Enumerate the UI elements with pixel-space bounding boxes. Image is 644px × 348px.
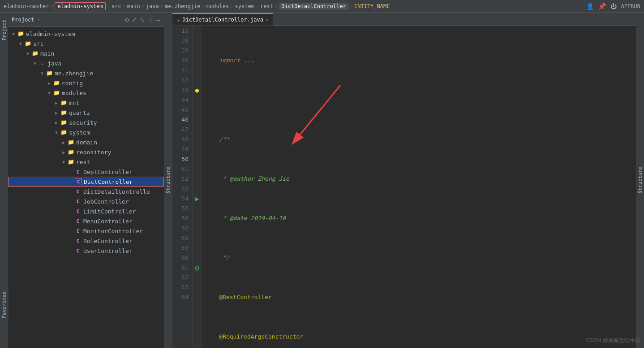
gutter-49 — [193, 144, 202, 154]
tree-item-menu-controller[interactable]: C MenuController — [8, 216, 164, 226]
folder-icon-eladmin-system: 📁 — [17, 30, 24, 37]
folder-icon-quartz: 📁 — [60, 109, 67, 116]
gutter-51 — [193, 164, 202, 174]
ln-38: 38 — [176, 36, 189, 46]
structure-side-label[interactable]: Structure — [164, 163, 172, 197]
tab-close-button[interactable]: ✕ — [266, 17, 269, 23]
tree-item-mnt[interactable]: ▶ 📁 mnt — [8, 98, 164, 108]
breadcrumb-bar: eladmin-master › eladmin-system › src › … — [0, 0, 644, 13]
top-bar-right: 👤 📌 ⏻ APPRUN — [586, 3, 640, 10]
tree-item-dict-controller[interactable]: C DictController — [8, 177, 164, 187]
tree-item-dept-controller[interactable]: C DeptController — [8, 167, 164, 177]
tab-dict-detail-controller[interactable]: ☕ DictDetailController.java ✕ — [172, 13, 273, 26]
tree-item-eladmin-system[interactable]: ▼ 📁 eladmin-system — [8, 29, 164, 39]
tree-item-dict-detail-controller[interactable]: C DictDetailControlle — [8, 187, 164, 196]
code-token: @RequiredArgsConstructor — [205, 332, 303, 342]
tree-item-domain[interactable]: ▶ 📁 domain — [8, 137, 164, 147]
tree-label-me-zhengjie: me.zhengjie — [55, 70, 93, 77]
folder-icon-main: 📁 — [31, 50, 39, 57]
ln-43: 43 — [176, 85, 189, 95]
breadcrumb-java[interactable]: java — [146, 3, 159, 9]
panel-settings-icon[interactable]: ⚙ — [125, 16, 129, 23]
gutter-39 — [193, 46, 202, 56]
tree-label-domain: domain — [76, 139, 97, 146]
tree-item-config[interactable]: ▶ 📁 config — [8, 78, 164, 88]
tree-item-src[interactable]: ▼ 📁 src — [8, 39, 164, 48]
panel-collapse-icon[interactable]: ⤡ — [140, 16, 145, 23]
tree-item-rest[interactable]: ▼ 📁 rest — [8, 157, 164, 167]
tree-item-me-zhengjie[interactable]: ▼ 📁 me.zhengjie — [8, 68, 164, 78]
tree-item-monitor-controller[interactable]: C MonitorController — [8, 226, 164, 236]
tree-item-system[interactable]: ▼ 📁 system — [8, 127, 164, 137]
tree-item-job-controller[interactable]: C JobController — [8, 196, 164, 206]
breadcrumb-rest[interactable]: rest — [260, 3, 273, 9]
breadcrumb-sep-1: › — [107, 3, 110, 9]
gutter-43: ● — [193, 85, 202, 95]
folder-icon-rest: 📁 — [67, 158, 74, 165]
tree-item-main[interactable]: ▼ 📁 main — [8, 48, 164, 58]
breadcrumb-sep-6: › — [230, 3, 233, 9]
app-run-label: APPRUN — [621, 3, 640, 9]
pin-icon[interactable]: 📌 — [598, 3, 606, 10]
gutter-59 — [193, 243, 202, 253]
tree-label-monitor-controller: MonitorController — [83, 228, 143, 235]
tree-item-java[interactable]: ▼ ☕ java — [8, 58, 164, 68]
breadcrumb-entity-name[interactable]: ENTITY_NAME — [354, 3, 390, 9]
tree-item-quartz[interactable]: ▶ 📁 quartz — [8, 108, 164, 117]
tree-item-repository[interactable]: ▶ 📁 repository — [8, 147, 164, 157]
gutter-52 — [193, 174, 202, 184]
ln-59: 59 — [176, 243, 189, 253]
tree-item-modules[interactable]: ▼ 📁 modules — [8, 88, 164, 98]
power-icon[interactable]: ⏻ — [610, 3, 617, 10]
folder-icon-mnt: 📁 — [60, 99, 67, 106]
panel-header: Project ▾ ⚙ ⤢ ⤡ ⋮ — — [8, 13, 164, 27]
breadcrumb-modules[interactable]: modules — [206, 3, 229, 9]
code-token: /** — [205, 135, 230, 144]
code-token: @RestController — [205, 292, 272, 302]
line-numbers: 18 38 39 40 41 42 43 44 45 46 47 48 49 5… — [172, 26, 193, 348]
panel-minimize-icon[interactable]: — — [157, 16, 160, 23]
tree-label-config: config — [62, 80, 83, 87]
gutter-50 — [193, 154, 202, 164]
panel-expand-icon[interactable]: ⤢ — [132, 16, 137, 23]
panel-dropdown-arrow[interactable]: ▾ — [37, 17, 40, 22]
breadcrumb-sep-7: › — [256, 3, 259, 9]
breadcrumb-sep-8: › — [275, 3, 278, 9]
code-token: import — [205, 56, 240, 65]
breadcrumb-system[interactable]: system — [235, 3, 254, 9]
breadcrumb-eladmin-master[interactable]: eladmin-master — [4, 3, 49, 9]
tree-item-role-controller[interactable]: C RoleController — [8, 236, 164, 246]
panel-title: Project — [12, 17, 34, 23]
tree-item-user-controller[interactable]: C UserController — [8, 246, 164, 256]
tree-label-dept-controller: DeptController — [83, 169, 133, 175]
breadcrumb-eladmin-system[interactable]: eladmin-system — [55, 2, 105, 10]
breadcrumb-sep-0: › — [50, 3, 53, 9]
ln-56: 56 — [176, 213, 189, 223]
panel-menu-icon[interactable]: ⋮ — [148, 16, 154, 23]
gutter-18 — [193, 26, 202, 36]
breadcrumb-main[interactable]: main — [127, 3, 140, 9]
gutter-55 — [193, 204, 202, 213]
tree-arrow-me-zhengjie: ▼ — [39, 70, 46, 77]
tree-label-repository: repository — [76, 149, 111, 156]
editor-content[interactable]: 18 38 39 40 41 42 43 44 45 46 47 48 49 5… — [172, 26, 636, 348]
structure-tab-label[interactable]: Structure — [636, 163, 644, 197]
breadcrumb-src[interactable]: src — [112, 3, 121, 9]
favorites-tab-label[interactable]: Favorites — [0, 289, 9, 321]
editor-area: ☕ DictDetailController.java ✕ 18 38 39 4… — [172, 13, 636, 348]
tree-item-limit-controller[interactable]: C LimitController — [8, 206, 164, 216]
tree-spacer-user — [67, 247, 74, 254]
gutter-58 — [193, 233, 202, 243]
tree-arrow-repository: ▶ — [60, 148, 67, 156]
ln-51: 51 — [176, 164, 189, 174]
code-line-39: /** — [202, 135, 636, 144]
breadcrumb-dict-detail-controller[interactable]: DictDetailController — [279, 3, 348, 10]
gutter-45 — [193, 105, 202, 115]
project-side-label[interactable]: Project — [0, 16, 8, 44]
breadcrumb-me-zhengjie[interactable]: me.zhengjie — [165, 3, 200, 9]
tree-item-security[interactable]: ▶ 📁 security — [8, 117, 164, 127]
breadcrumb-sep-2: › — [122, 3, 125, 9]
tree-label-job-controller: JobController — [83, 198, 129, 205]
tree-arrow-security: ▶ — [53, 119, 60, 126]
user-icon[interactable]: 👤 — [586, 3, 594, 10]
